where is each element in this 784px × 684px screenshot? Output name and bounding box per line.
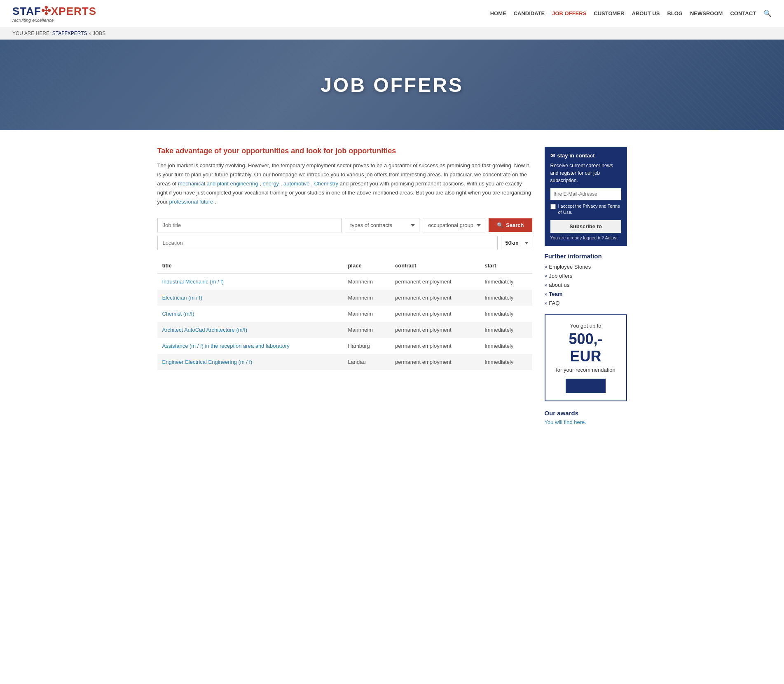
employee-stories-link[interactable]: Employee Stories bbox=[549, 264, 591, 270]
table-row: Electrician (m / f) Mannheim permanent e… bbox=[157, 290, 532, 306]
further-info-section: Further information Employee Stories Job… bbox=[545, 253, 627, 306]
main-layout: Take advantage of your opportunities and… bbox=[145, 130, 639, 438]
breadcrumb-home[interactable]: STAFFXPERTS bbox=[52, 30, 87, 36]
nav-home[interactable]: HOME bbox=[490, 10, 506, 16]
nav-job-offers[interactable]: JOB OFFERS bbox=[552, 10, 586, 16]
job-start-cell: Immediately bbox=[480, 322, 532, 338]
awards-section: Our awards You will find here. bbox=[545, 410, 627, 425]
awards-link[interactable]: You will find here. bbox=[545, 419, 586, 425]
link-chemistry[interactable]: Chemistry bbox=[314, 180, 338, 187]
job-place-cell: Mannheim bbox=[343, 290, 390, 306]
stay-contact-header: ✉ stay in contact bbox=[550, 152, 621, 159]
awards-text: You will find here. bbox=[545, 419, 627, 425]
reward-button[interactable] bbox=[566, 379, 605, 393]
hero-banner: JOB OFFERS bbox=[0, 40, 784, 130]
radius-select[interactable]: 10km 25km 50km 100km 200km bbox=[501, 236, 532, 250]
logo-tagline: recruiting excellence bbox=[12, 18, 54, 23]
search-icon[interactable]: 🔍 bbox=[763, 9, 772, 17]
nav-candidate[interactable]: CANDIDATE bbox=[514, 10, 545, 16]
link-mechanical[interactable]: mechanical and plant engineering bbox=[178, 180, 258, 187]
job-title-cell[interactable]: Assistance (m / f) in the reception area… bbox=[157, 338, 343, 354]
job-place-cell: Landau bbox=[343, 354, 390, 370]
sidebar: ✉ stay in contact Receive current career… bbox=[545, 147, 627, 425]
nav-customer[interactable]: CUSTOMER bbox=[594, 10, 624, 16]
nav-blog[interactable]: BLOG bbox=[667, 10, 683, 16]
job-table-header: title place contract start bbox=[157, 258, 532, 273]
faq-link[interactable]: FAQ bbox=[549, 300, 559, 306]
search-btn-icon: 🔍 bbox=[497, 222, 503, 228]
breadcrumb: YOU ARE HERE: STAFFXPERTS » JOBS bbox=[0, 27, 784, 40]
col-start: start bbox=[480, 258, 532, 273]
job-contract-cell: permanent employment bbox=[390, 306, 480, 322]
search-button[interactable]: 🔍 Search bbox=[489, 218, 532, 232]
job-contract-cell: permanent employment bbox=[390, 338, 480, 354]
link-energy[interactable]: energy bbox=[262, 180, 279, 187]
table-row: Architect AutoCad Architecture (m/f) Man… bbox=[157, 322, 532, 338]
section-title: Take advantage of your opportunities and… bbox=[157, 147, 532, 155]
logo-xperts: XPERTS bbox=[51, 5, 96, 17]
location-input[interactable] bbox=[157, 236, 498, 250]
job-title-cell[interactable]: Engineer Electrical Engineering (m / f) bbox=[157, 354, 343, 370]
link-future[interactable]: professional future bbox=[169, 199, 213, 205]
location-row: 10km 25km 50km 100km 200km bbox=[157, 236, 532, 250]
body-text-3: , bbox=[281, 180, 283, 187]
subscribe-button[interactable]: Subscribe to bbox=[550, 220, 621, 233]
breadcrumb-prefix: YOU ARE HERE: bbox=[12, 30, 51, 36]
job-table-body: Industrial Mechanic (m / f) Mannheim per… bbox=[157, 273, 532, 370]
nav-about-us[interactable]: ABOUT US bbox=[632, 10, 660, 16]
table-row: Chemist (m/f) Mannheim permanent employm… bbox=[157, 306, 532, 322]
job-start-cell: Immediately bbox=[480, 338, 532, 354]
table-row: Engineer Electrical Engineering (m / f) … bbox=[157, 354, 532, 370]
team-link[interactable]: Team bbox=[549, 291, 562, 297]
nav-newsroom[interactable]: NEWSROOM bbox=[690, 10, 723, 16]
job-contract-cell: permanent employment bbox=[390, 290, 480, 306]
job-title-cell[interactable]: Architect AutoCad Architecture (m/f) bbox=[157, 322, 343, 338]
search-form: types of contracts Permanent employment … bbox=[157, 218, 532, 250]
job-contract-cell: permanent employment bbox=[390, 322, 480, 338]
main-nav: HOME CANDIDATE JOB OFFERS CUSTOMER ABOUT… bbox=[490, 9, 772, 17]
list-item: about us bbox=[545, 282, 627, 288]
body-text-6: . bbox=[215, 199, 216, 205]
privacy-checkbox[interactable] bbox=[550, 204, 556, 209]
job-table: title place contract start Industrial Me… bbox=[157, 258, 532, 370]
job-place-cell: Hamburg bbox=[343, 338, 390, 354]
job-start-cell: Immediately bbox=[480, 273, 532, 290]
hero-title: JOB OFFERS bbox=[321, 74, 463, 96]
job-title-input[interactable] bbox=[157, 218, 342, 232]
logo-staff: STAF bbox=[12, 5, 41, 17]
contract-type-select[interactable]: types of contracts Permanent employment … bbox=[345, 218, 419, 232]
email-subscription-input[interactable] bbox=[550, 188, 621, 200]
job-title-cell[interactable]: Industrial Mechanic (m / f) bbox=[157, 273, 343, 290]
job-contract-cell: permanent employment bbox=[390, 354, 480, 370]
job-place-cell: Mannheim bbox=[343, 273, 390, 290]
job-offers-link[interactable]: Job offers bbox=[549, 273, 572, 279]
list-item: FAQ bbox=[545, 300, 627, 306]
privacy-label: I accept the Privacy and Terms of Use. bbox=[558, 203, 621, 216]
site-header: STAF✣XPERTS recruiting excellence HOME C… bbox=[0, 0, 784, 27]
list-item: Job offers bbox=[545, 273, 627, 279]
logo[interactable]: STAF✣XPERTS recruiting excellence bbox=[12, 4, 96, 23]
nav-contact[interactable]: CONTACT bbox=[730, 10, 756, 16]
occupational-group-select[interactable]: occupational group Engineering IT Financ… bbox=[423, 218, 485, 232]
list-item: Team bbox=[545, 291, 627, 297]
breadcrumb-separator: » bbox=[89, 30, 93, 36]
link-automotive[interactable]: automotive bbox=[283, 180, 310, 187]
section-body: The job market is constantly evolving. H… bbox=[157, 161, 532, 206]
job-title-cell[interactable]: Chemist (m/f) bbox=[157, 306, 343, 322]
table-row: Assistance (m / f) in the reception area… bbox=[157, 338, 532, 354]
about-us-link[interactable]: about us bbox=[549, 282, 569, 288]
job-title-cell[interactable]: Electrician (m / f) bbox=[157, 290, 343, 306]
list-item: Employee Stories bbox=[545, 264, 627, 270]
col-contract: contract bbox=[390, 258, 480, 273]
job-start-cell: Immediately bbox=[480, 290, 532, 306]
reward-line2: for your recommendation bbox=[551, 367, 620, 373]
stay-contact-title: stay in contact bbox=[557, 152, 595, 159]
search-row-top: types of contracts Permanent employment … bbox=[157, 218, 532, 232]
logged-in-text: You are already logged in? Adjust bbox=[550, 235, 621, 240]
col-title: title bbox=[157, 258, 343, 273]
email-icon: ✉ bbox=[550, 152, 555, 159]
search-btn-label: Search bbox=[506, 222, 524, 228]
breadcrumb-current: JOBS bbox=[93, 30, 105, 36]
logo-text: STAF✣XPERTS bbox=[12, 4, 96, 18]
stay-contact-card: ✉ stay in contact Receive current career… bbox=[545, 147, 627, 246]
